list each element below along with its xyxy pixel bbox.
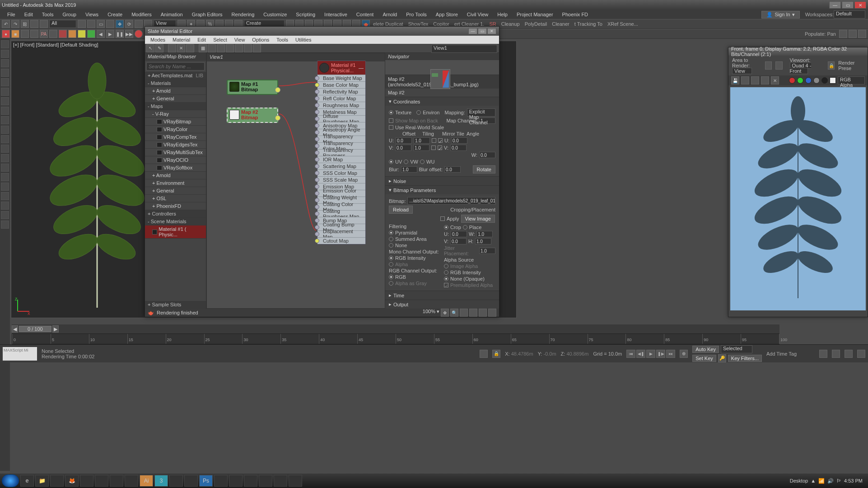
chk-realworld[interactable] xyxy=(389,125,393,130)
material-input-slot[interactable]: Refl Color Map xyxy=(317,95,365,102)
material-input-slot[interactable]: Roughness Map xyxy=(317,102,365,108)
menu-appstore[interactable]: App Store xyxy=(431,11,462,18)
viewport-dd[interactable]: Quad 4 - Front xyxy=(790,62,812,74)
radio-alpha-mono[interactable] xyxy=(389,262,393,267)
isolate-icon[interactable] xyxy=(480,350,488,358)
copy-icon[interactable] xyxy=(741,76,749,84)
rotate-button[interactable]: Rotate xyxy=(473,165,495,174)
radio-none-filter[interactable] xyxy=(389,243,393,248)
workspaces-dd[interactable]: Default xyxy=(834,10,865,19)
lt-7[interactable] xyxy=(1,97,9,105)
radio-uv[interactable] xyxy=(389,160,393,164)
task-app2-icon[interactable] xyxy=(80,475,93,487)
material-input-slot[interactable]: Diffuse Roughness Map xyxy=(317,115,365,122)
prim-6-icon[interactable] xyxy=(49,30,57,38)
z-coord[interactable]: 40.8896m xyxy=(566,351,588,357)
lt-16[interactable] xyxy=(1,183,9,191)
task-chrome-icon[interactable] xyxy=(259,475,272,487)
material-input-slot[interactable]: Base Color Map xyxy=(317,81,365,88)
populate-icon-1[interactable] xyxy=(839,30,847,38)
browser-item[interactable]: + Controllers xyxy=(145,210,206,218)
crop-w-input[interactable] xyxy=(476,231,493,237)
nav-pan-vp-icon[interactable] xyxy=(819,350,827,358)
material-input-slot[interactable]: Reflectivity Map xyxy=(317,88,365,95)
browser-item[interactable]: - Materials xyxy=(145,80,206,87)
prim-sphere-icon[interactable]: ● xyxy=(2,30,10,38)
rollout-header-time[interactable]: ▸ Time xyxy=(385,291,499,300)
crop-h-input[interactable] xyxy=(475,238,491,244)
lt-15[interactable] xyxy=(1,173,9,181)
radio-rgb[interactable] xyxy=(389,275,393,279)
browser-item[interactable]: - V-Ray xyxy=(145,110,206,118)
browser-item[interactable]: VRaySoftbox xyxy=(145,164,206,172)
rollout-header-noise[interactable]: ▸ Noise xyxy=(385,177,499,185)
slate-minimize[interactable]: — xyxy=(468,28,477,34)
desktop-label[interactable]: Desktop xyxy=(790,478,808,483)
slate-opt-icon[interactable] xyxy=(244,44,252,52)
browser-item[interactable]: + Environment xyxy=(145,179,206,187)
reload-button[interactable]: Reload xyxy=(389,206,413,214)
slate-preview-icon[interactable] xyxy=(235,44,243,52)
save-icon[interactable]: 💾 xyxy=(731,76,739,84)
rollout-header-bitmap[interactable]: ▾ Bitmap Parameters xyxy=(385,186,499,194)
radio-pyramidal[interactable] xyxy=(389,230,393,235)
task-app4-icon[interactable] xyxy=(110,475,123,487)
material-input-slot[interactable]: SSS Color Map xyxy=(317,169,365,176)
v-mirror-chk[interactable] xyxy=(431,145,436,150)
selection-filter-dd[interactable]: All xyxy=(49,20,76,28)
lt-9[interactable] xyxy=(1,116,9,124)
prim-10-icon[interactable] xyxy=(87,30,95,38)
lt-20[interactable] xyxy=(1,221,9,229)
menu-interactive[interactable]: Interactive xyxy=(320,11,352,18)
menu-scripting[interactable]: Scripting xyxy=(291,11,320,18)
menu-arnold[interactable]: Arnold xyxy=(378,11,401,18)
lt-8[interactable] xyxy=(1,107,9,115)
select-icon[interactable] xyxy=(78,20,86,28)
slate-view-dd[interactable]: View1 xyxy=(431,45,497,53)
timeline-ruler[interactable]: 0510152025303540455055606570758085909510… xyxy=(12,333,779,344)
menu-rendering[interactable]: Rendering xyxy=(227,11,259,18)
populate-icon-3[interactable] xyxy=(858,30,866,38)
lt-12[interactable] xyxy=(1,145,9,153)
slate-assign-icon[interactable] xyxy=(168,44,176,52)
keymode-dd[interactable]: Selected xyxy=(721,345,752,353)
task-ps-icon[interactable]: Ps xyxy=(199,475,213,487)
menu-graph-editors[interactable]: Graph Editors xyxy=(187,11,227,18)
map-name-field[interactable]: Map #2 xyxy=(385,89,499,97)
maxscript-listener[interactable]: MAXScript Mi xyxy=(3,347,37,361)
node-material1[interactable]: Material #1Physical...— Base Weight MapB… xyxy=(317,61,366,244)
u-offset-input[interactable] xyxy=(396,137,412,144)
record-icon[interactable] xyxy=(135,30,143,38)
material-input-slot[interactable]: SSS Scale Map xyxy=(317,176,365,183)
lt-10[interactable] xyxy=(1,126,9,134)
slate-eyedrop-icon[interactable]: ✎ xyxy=(155,44,163,52)
radio-vw[interactable] xyxy=(404,160,408,164)
browser-item[interactable]: - Maps xyxy=(145,103,206,110)
time-config-icon[interactable]: ⊕ xyxy=(680,350,688,358)
script-btn-8[interactable]: t Tracking To xyxy=(573,21,604,27)
lt-5[interactable] xyxy=(1,78,9,86)
browser-item[interactable]: + PhoenixFD xyxy=(145,202,206,210)
anim-prev-icon[interactable]: ◀ xyxy=(97,30,105,38)
anim-pause-icon[interactable]: ❚❚ xyxy=(116,30,124,38)
browser-item[interactable]: + OSL xyxy=(145,195,206,202)
material-input-slot[interactable]: Scattering Map xyxy=(317,163,365,169)
window-minimize[interactable]: — xyxy=(829,1,841,9)
nav-max-vp-icon[interactable] xyxy=(857,350,865,358)
anim-next-icon[interactable]: ▶▶ xyxy=(125,30,133,38)
window-close[interactable]: ✕ xyxy=(854,1,866,9)
material-input-slot[interactable]: Base Weight Map xyxy=(317,75,365,81)
browser-item[interactable]: VRayOCIO xyxy=(145,156,206,164)
browser-search-input[interactable] xyxy=(146,62,205,70)
slate-menu-edit[interactable]: Edit xyxy=(194,37,210,43)
link-icon[interactable]: ⛓ xyxy=(21,20,29,28)
script-btn-6[interactable]: PolyDetail xyxy=(523,21,549,27)
prim-5-icon[interactable]: PA xyxy=(40,30,48,38)
viewport-label[interactable]: [+] [Front] [Standard] [Default Shading] xyxy=(13,42,98,47)
channel-a-icon[interactable] xyxy=(813,77,820,84)
node-output-socket[interactable] xyxy=(275,115,280,121)
slate-layoutall-icon[interactable] xyxy=(208,44,216,52)
u-tiling-input[interactable] xyxy=(414,137,430,144)
goto-start-icon[interactable]: ⏮ xyxy=(626,350,635,358)
channel-mono-icon[interactable] xyxy=(821,77,828,84)
